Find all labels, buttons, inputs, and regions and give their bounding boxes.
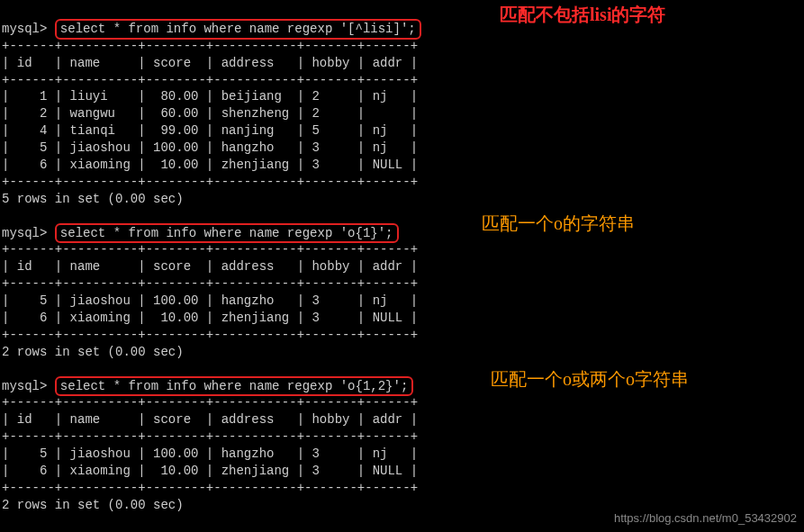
table-sep: +------+----------+--------+-----------+…	[2, 429, 418, 444]
table-row: | 6 | xiaoming | 10.00 | zhenjiang | 3 |…	[2, 464, 418, 478]
table-header: | id | name | score | address | hobby | …	[2, 259, 418, 274]
query-box-3: select * from info where name regexp 'o{…	[55, 376, 413, 397]
table-sep: +------+----------+--------+-----------+…	[2, 328, 418, 342]
table-row: | 5 | jiaoshou | 100.00 | hangzho | 3 | …	[2, 293, 418, 308]
annotation-1: 匹配不包括lisi的字符	[500, 3, 665, 27]
result-count: 2 rows in set (0.00 sec)	[2, 345, 184, 359]
table-sep: +------+----------+--------+-----------+…	[2, 481, 418, 495]
table-row: | 4 | tianqi | 99.00 | nanjing | 5 | nj …	[2, 123, 418, 138]
table-sep: +------+----------+--------+-----------+…	[2, 242, 418, 257]
table-sep: +------+----------+--------+-----------+…	[2, 175, 418, 189]
table-sep: +------+----------+--------+-----------+…	[2, 73, 418, 87]
query-box-2: select * from info where name regexp 'o{…	[55, 223, 399, 244]
table-row: | 6 | xiaoming | 10.00 | zhenjiang | 3 |…	[2, 158, 418, 172]
watermark: https://blog.csdn.net/m0_53432902	[614, 510, 797, 527]
table-row: | 5 | jiaoshou | 100.00 | hangzho | 3 | …	[2, 140, 418, 155]
query-box-1: select * from info where name regexp '[^…	[55, 19, 421, 40]
result-count: 2 rows in set (0.00 sec)	[2, 498, 184, 512]
terminal-output: mysql> select * from info where name reg…	[0, 0, 804, 532]
table-header: | id | name | score | address | hobby | …	[2, 412, 418, 427]
table-sep: +------+----------+--------+-----------+…	[2, 39, 418, 53]
annotation-2: 匹配一个o的字符串	[482, 212, 635, 236]
result-count: 5 rows in set (0.00 sec)	[2, 192, 184, 206]
mysql-prompt: mysql>	[2, 22, 47, 36]
table-row: | 5 | jiaoshou | 100.00 | hangzho | 3 | …	[2, 446, 418, 461]
table-sep: +------+----------+--------+-----------+…	[2, 395, 418, 410]
annotation-3: 匹配一个o或两个o字符串	[491, 367, 689, 392]
mysql-prompt: mysql>	[2, 226, 47, 240]
table-row: | 6 | xiaoming | 10.00 | zhenjiang | 3 |…	[2, 311, 418, 325]
table-sep: +------+----------+--------+-----------+…	[2, 276, 418, 291]
table-row: | 2 | wangwu | 60.00 | shenzheng | 2 | |	[2, 106, 418, 121]
mysql-prompt: mysql>	[2, 379, 47, 393]
table-row: | 1 | liuyi | 80.00 | beijiang | 2 | nj …	[2, 89, 418, 104]
table-header: | id | name | score | address | hobby | …	[2, 56, 418, 70]
